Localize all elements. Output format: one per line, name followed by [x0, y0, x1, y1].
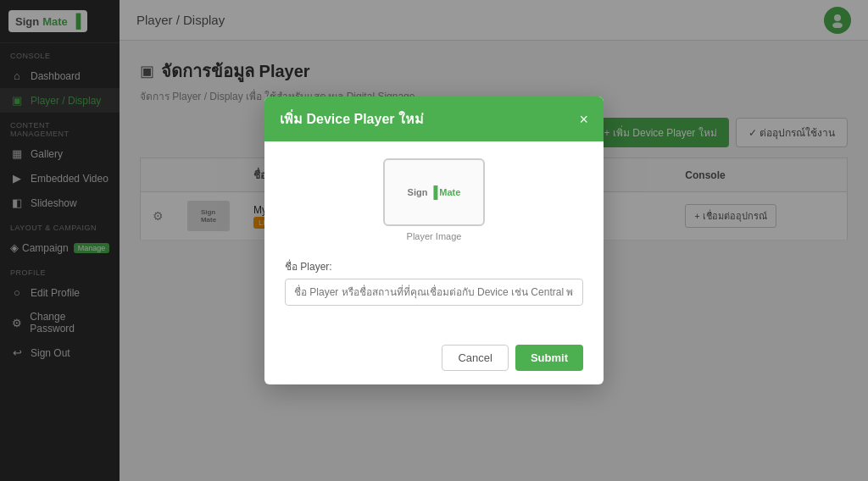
player-logo: Sign ▐ Mate	[408, 185, 461, 199]
player-image-box: Sign ▐ Mate	[383, 158, 485, 226]
modal: เพิ่ม Device Player ใหม่ × Sign ▐ Mate P…	[264, 97, 604, 384]
modal-header: เพิ่ม Device Player ใหม่ ×	[264, 97, 604, 141]
modal-close-button[interactable]: ×	[579, 112, 588, 127]
modal-title: เพิ่ม Device Player ใหม่	[280, 108, 424, 130]
modal-body: Sign ▐ Mate Player Image ชื่อ Player:	[264, 141, 604, 334]
player-name-input[interactable]	[285, 279, 583, 306]
logo-icon-modal: ▐	[429, 185, 437, 199]
logo-mate-modal: Mate	[439, 187, 460, 197]
logo-sign-modal: Sign	[408, 187, 428, 197]
modal-overlay[interactable]: เพิ่ม Device Player ใหม่ × Sign ▐ Mate P…	[0, 0, 868, 481]
cancel-button[interactable]: Cancel	[442, 345, 508, 371]
submit-button[interactable]: Submit	[515, 345, 583, 371]
modal-footer: Cancel Submit	[264, 334, 604, 384]
player-name-label: ชื่อ Player:	[285, 258, 583, 274]
player-name-group: ชื่อ Player:	[285, 258, 583, 306]
modal-image-area: Sign ▐ Mate Player Image	[285, 158, 583, 241]
player-image-label: Player Image	[407, 231, 462, 241]
